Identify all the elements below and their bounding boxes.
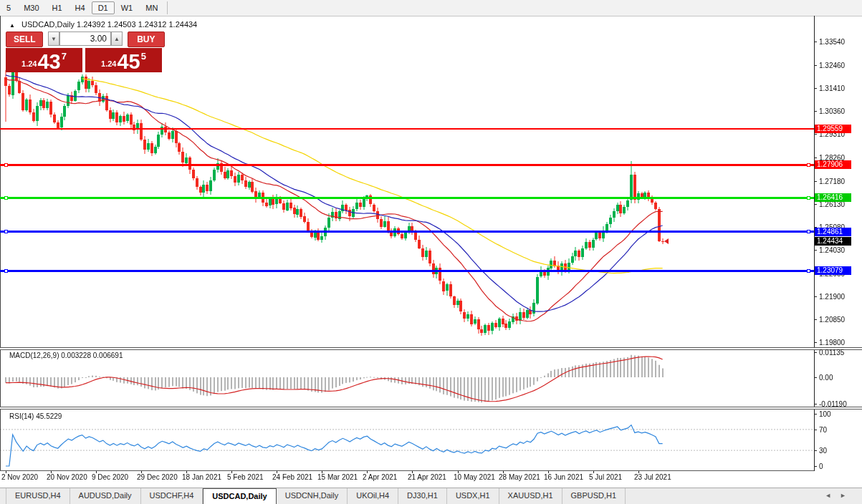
symbol-tabs-bar: EURUSD,H4AUDUSD,DailyUSDCHF,H4USDCAD,Dai… <box>0 488 862 504</box>
macd-label: MACD(12,26,9) 0.003228 0.006691 <box>9 352 123 359</box>
current-price-marker <box>664 238 669 244</box>
line-handle[interactable] <box>4 196 8 200</box>
price-tick-label: 1.30360 <box>819 107 845 115</box>
line-handle[interactable] <box>807 269 810 273</box>
timeframe-toolbar: 5M30H1H4D1W1MN <box>0 0 862 16</box>
volume-increase-button[interactable]: ▲ <box>111 32 123 46</box>
rsi-tick-mark <box>814 450 817 451</box>
horizontal-level-line-1.29559[interactable] <box>0 128 814 130</box>
macd-tick-label: 0.01135 <box>819 349 844 357</box>
buy-price-sup: 5 <box>141 51 146 62</box>
rsi-tick-label: 30 <box>819 447 827 455</box>
macd-tick-label: -0.01190 <box>819 400 847 408</box>
tab-ukoil-h4[interactable]: UKOil,H4 <box>348 488 398 504</box>
line-handle[interactable] <box>807 196 810 200</box>
tab-usdcnh-daily[interactable]: USDCNH,Daily <box>277 488 348 504</box>
level-price-tag-1.27906: 1.27906 <box>815 160 851 169</box>
timeframe-button-5[interactable]: 5 <box>0 1 17 14</box>
date-tick-label: 5 Feb 2021 <box>227 473 264 481</box>
sell-price-sup: 7 <box>62 51 67 62</box>
chart-left-frame <box>0 16 1 471</box>
rsi-tick-label: 100 <box>819 410 831 418</box>
price-tick-mark <box>814 342 817 343</box>
rsi-label: RSI(14) 45.5229 <box>9 412 62 420</box>
rsi-tick-label: 0 <box>819 462 823 470</box>
horizontal-level-line-1.24861[interactable] <box>0 231 814 233</box>
line-handle[interactable] <box>4 163 8 167</box>
price-tick-label: 1.24030 <box>819 246 845 254</box>
horizontal-level-line-1.23079[interactable] <box>0 270 814 272</box>
line-handle[interactable] <box>807 163 810 167</box>
buy-button[interactable]: BUY <box>128 32 165 47</box>
price-tick-label: 1.31410 <box>819 84 845 92</box>
sell-price-small: 1.24 <box>21 59 37 68</box>
tab-scroll-arrows: ◄► <box>825 492 855 499</box>
price-tick-mark <box>814 42 817 42</box>
collapse-arrow-icon[interactable]: ▲ <box>9 22 15 29</box>
level-price-tag-1.26416: 1.26416 <box>815 193 851 202</box>
line-handle[interactable] <box>4 269 8 273</box>
level-price-tag-1.23079: 1.23079 <box>815 266 851 275</box>
price-tick-label: 1.21900 <box>819 293 845 301</box>
chart-ohlc-values: 1.24392 1.24503 1.24312 1.24434 <box>77 20 197 29</box>
date-tick-label: 2 Nov 2020 <box>1 473 38 481</box>
volume-decrease-button[interactable]: ▼ <box>48 32 59 46</box>
chart-bottom-frame <box>0 470 814 471</box>
rsi-panel-separator[interactable] <box>0 407 862 410</box>
level-price-tag-1.29559: 1.29559 <box>815 125 851 133</box>
mt4-window: 5M30H1H4D1W1MN ▲ USDCAD,Daily 1.24392 1.… <box>0 0 862 504</box>
one-click-trade-panel: SELL ▼ ▲ BUY 1.24 43 7 1.24 45 5 <box>6 32 165 72</box>
date-tick-label: 21 Apr 2021 <box>408 473 446 481</box>
timeframe-button-w1[interactable]: W1 <box>115 1 140 14</box>
price-tick-mark <box>814 296 817 297</box>
price-tick-label: 1.33540 <box>819 38 845 46</box>
tab-gbpusd-h1[interactable]: GBPUSD,H1 <box>562 488 626 504</box>
timeframe-button-h1[interactable]: H1 <box>46 1 69 14</box>
line-handle[interactable] <box>4 230 8 233</box>
horizontal-level-line-1.27906[interactable] <box>0 164 814 166</box>
horizontal-level-line-1.26416[interactable] <box>0 197 814 199</box>
current-price-tag: 1.24434 <box>815 237 851 246</box>
price-tick-mark <box>814 111 817 112</box>
date-tick-label: 2 Apr 2021 <box>363 473 397 481</box>
buy-price-tile[interactable]: 1.24 45 5 <box>85 48 162 72</box>
timeframe-button-h4[interactable]: H4 <box>69 1 92 14</box>
price-tick-label: 1.27180 <box>819 178 845 185</box>
tab-scroll-left-icon[interactable]: ◄ <box>825 492 840 499</box>
sell-price-tile[interactable]: 1.24 43 7 <box>6 48 82 72</box>
macd-tick-mark <box>814 404 817 404</box>
macd-tick-mark <box>814 352 817 353</box>
rsi-indicator-canvas[interactable] <box>0 410 814 470</box>
price-tick-label: 1.19800 <box>819 339 845 346</box>
buy-price-big: 45 <box>117 52 140 71</box>
volume-input[interactable] <box>59 32 111 46</box>
tab-eurusd-h4[interactable]: EURUSD,H4 <box>6 488 70 504</box>
tab-audusd-daily[interactable]: AUDUSD,Daily <box>70 488 141 504</box>
tab-usdcad-daily[interactable]: USDCAD,Daily <box>203 488 276 504</box>
date-tick-label: 20 Nov 2020 <box>47 473 87 481</box>
tab-usdx-h1[interactable]: USDX,H1 <box>447 488 499 504</box>
sell-button[interactable]: SELL <box>6 32 43 47</box>
price-tick-mark <box>814 204 817 205</box>
price-tick-mark <box>814 65 817 66</box>
macd-panel-separator[interactable] <box>0 347 862 350</box>
sell-price-big: 43 <box>37 52 60 71</box>
timeframe-button-mn[interactable]: MN <box>139 1 164 14</box>
date-tick-label: 9 Dec 2020 <box>92 473 128 481</box>
timeframe-button-m30[interactable]: M30 <box>17 1 45 14</box>
tab-scroll-right-icon[interactable]: ► <box>840 492 855 499</box>
buy-price-small: 1.24 <box>101 59 116 68</box>
timeframe-button-d1[interactable]: D1 <box>92 1 115 14</box>
tab-dj30-h1[interactable]: DJ30,H1 <box>398 488 447 504</box>
date-tick-label: 29 Dec 2020 <box>137 473 178 481</box>
line-handle[interactable] <box>807 230 810 233</box>
date-tick-label: 18 Jan 2021 <box>182 473 221 481</box>
date-tick-label: 15 Mar 2021 <box>317 473 358 481</box>
tab-usdchf-h4[interactable]: USDCHF,H4 <box>141 488 203 504</box>
price-tick-mark <box>814 88 817 89</box>
price-tick-label: 1.20850 <box>819 316 845 324</box>
tab-xauusd-h1[interactable]: XAUUSD,H1 <box>499 488 562 504</box>
rsi-tick-label: 70 <box>819 426 827 434</box>
chart-symbol-title: USDCAD,Daily <box>21 20 75 29</box>
toolbar-separator <box>167 1 168 14</box>
